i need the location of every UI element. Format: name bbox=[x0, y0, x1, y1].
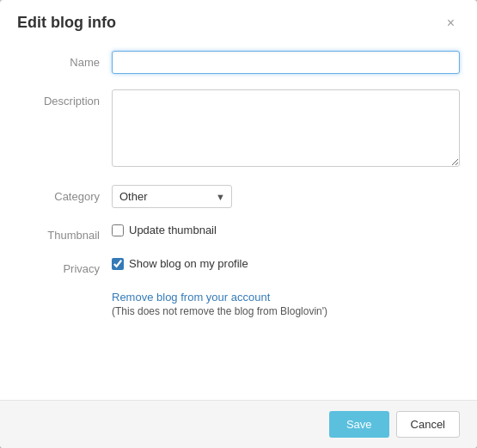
update-thumbnail-row: Update thumbnail bbox=[112, 224, 460, 236]
cancel-button[interactable]: Cancel bbox=[396, 411, 460, 438]
name-field-container bbox=[112, 51, 460, 74]
thumbnail-label: Thumbnail bbox=[17, 224, 112, 242]
description-row: Description bbox=[17, 89, 460, 169]
category-label: Category bbox=[17, 185, 112, 203]
dialog-footer: Save Cancel bbox=[0, 400, 477, 448]
edit-blog-dialog: Edit blog info × Name Description Catego… bbox=[0, 0, 477, 448]
save-button[interactable]: Save bbox=[329, 411, 389, 438]
remove-blog-link[interactable]: Remove blog from your account bbox=[112, 291, 270, 304]
dialog-header: Edit blog info × bbox=[0, 0, 477, 42]
description-input[interactable] bbox=[112, 89, 460, 167]
name-input[interactable] bbox=[112, 51, 460, 74]
remove-blog-note: (This does not remove the blog from Blog… bbox=[112, 305, 460, 317]
dialog-title: Edit blog info bbox=[17, 14, 116, 32]
category-field-container: Other Arts Fashion Food Music Sports Tec… bbox=[112, 185, 460, 208]
thumbnail-row: Thumbnail Update thumbnail bbox=[17, 224, 460, 242]
remove-blog-section: Remove blog from your account (This does… bbox=[112, 291, 460, 317]
dialog-body: Name Description Category Other Arts Fas… bbox=[0, 42, 477, 400]
update-thumbnail-checkbox[interactable] bbox=[112, 224, 124, 236]
name-label: Name bbox=[17, 51, 112, 69]
thumbnail-field-container: Update thumbnail bbox=[112, 224, 460, 236]
show-blog-label: Show blog on my profile bbox=[129, 257, 248, 270]
privacy-label: Privacy bbox=[17, 257, 112, 275]
privacy-field-container: Show blog on my profile bbox=[112, 257, 460, 270]
show-blog-checkbox[interactable] bbox=[112, 258, 124, 270]
category-select-wrapper: Other Arts Fashion Food Music Sports Tec… bbox=[112, 185, 232, 208]
update-thumbnail-label: Update thumbnail bbox=[129, 224, 217, 236]
privacy-row: Privacy Show blog on my profile bbox=[17, 257, 460, 275]
description-label: Description bbox=[17, 89, 112, 107]
close-button[interactable]: × bbox=[442, 15, 460, 32]
category-select[interactable]: Other Arts Fashion Food Music Sports Tec… bbox=[112, 185, 232, 208]
name-row: Name bbox=[17, 51, 460, 74]
description-field-container bbox=[112, 89, 460, 169]
show-blog-row: Show blog on my profile bbox=[112, 257, 460, 270]
category-row: Category Other Arts Fashion Food Music S… bbox=[17, 185, 460, 208]
